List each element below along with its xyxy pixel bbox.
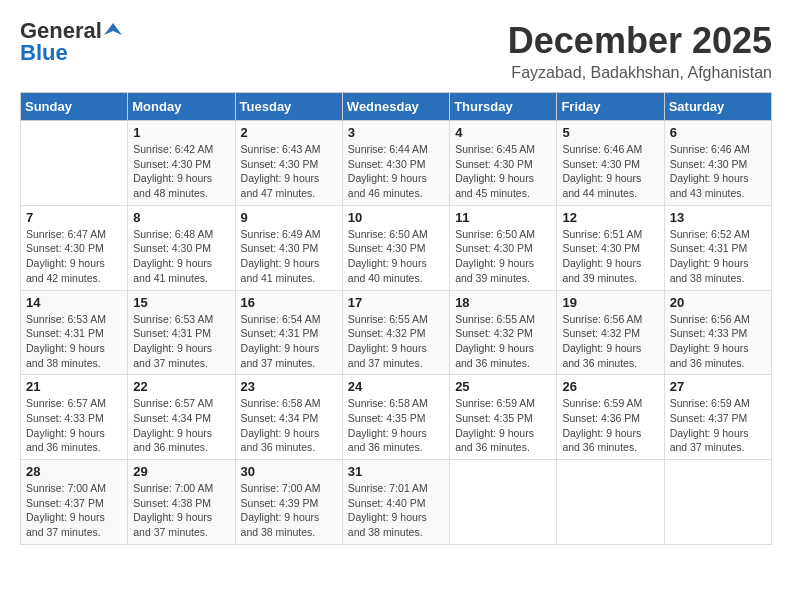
day-number: 24 [348, 379, 444, 394]
calendar-week-row: 21Sunrise: 6:57 AM Sunset: 4:33 PM Dayli… [21, 375, 772, 460]
calendar-day-cell: 9Sunrise: 6:49 AM Sunset: 4:30 PM Daylig… [235, 205, 342, 290]
calendar-day-cell: 1Sunrise: 6:42 AM Sunset: 4:30 PM Daylig… [128, 121, 235, 206]
calendar-day-cell: 29Sunrise: 7:00 AM Sunset: 4:38 PM Dayli… [128, 460, 235, 545]
day-info: Sunrise: 6:47 AM Sunset: 4:30 PM Dayligh… [26, 227, 122, 286]
calendar-day-cell: 13Sunrise: 6:52 AM Sunset: 4:31 PM Dayli… [664, 205, 771, 290]
day-number: 20 [670, 295, 766, 310]
day-info: Sunrise: 6:49 AM Sunset: 4:30 PM Dayligh… [241, 227, 337, 286]
day-number: 15 [133, 295, 229, 310]
day-info: Sunrise: 6:56 AM Sunset: 4:33 PM Dayligh… [670, 312, 766, 371]
day-number: 16 [241, 295, 337, 310]
day-info: Sunrise: 6:58 AM Sunset: 4:35 PM Dayligh… [348, 396, 444, 455]
day-info: Sunrise: 7:01 AM Sunset: 4:40 PM Dayligh… [348, 481, 444, 540]
day-of-week-header: Monday [128, 93, 235, 121]
calendar-table: SundayMondayTuesdayWednesdayThursdayFrid… [20, 92, 772, 545]
calendar-day-cell [450, 460, 557, 545]
day-number: 18 [455, 295, 551, 310]
logo-general-text: General [20, 20, 102, 42]
day-number: 3 [348, 125, 444, 140]
day-info: Sunrise: 6:50 AM Sunset: 4:30 PM Dayligh… [455, 227, 551, 286]
calendar-day-cell: 6Sunrise: 6:46 AM Sunset: 4:30 PM Daylig… [664, 121, 771, 206]
calendar-week-row: 14Sunrise: 6:53 AM Sunset: 4:31 PM Dayli… [21, 290, 772, 375]
day-info: Sunrise: 6:44 AM Sunset: 4:30 PM Dayligh… [348, 142, 444, 201]
title-block: December 2025 Fayzabad, Badakhshan, Afgh… [508, 20, 772, 82]
day-info: Sunrise: 6:46 AM Sunset: 4:30 PM Dayligh… [670, 142, 766, 201]
day-of-week-header: Wednesday [342, 93, 449, 121]
calendar-day-cell [664, 460, 771, 545]
calendar-day-cell: 31Sunrise: 7:01 AM Sunset: 4:40 PM Dayli… [342, 460, 449, 545]
day-number: 19 [562, 295, 658, 310]
day-number: 2 [241, 125, 337, 140]
calendar-week-row: 7Sunrise: 6:47 AM Sunset: 4:30 PM Daylig… [21, 205, 772, 290]
calendar-day-cell: 20Sunrise: 6:56 AM Sunset: 4:33 PM Dayli… [664, 290, 771, 375]
calendar-day-cell: 2Sunrise: 6:43 AM Sunset: 4:30 PM Daylig… [235, 121, 342, 206]
day-number: 25 [455, 379, 551, 394]
calendar-day-cell: 24Sunrise: 6:58 AM Sunset: 4:35 PM Dayli… [342, 375, 449, 460]
day-number: 11 [455, 210, 551, 225]
calendar-day-cell: 19Sunrise: 6:56 AM Sunset: 4:32 PM Dayli… [557, 290, 664, 375]
day-number: 4 [455, 125, 551, 140]
day-info: Sunrise: 7:00 AM Sunset: 4:39 PM Dayligh… [241, 481, 337, 540]
day-number: 22 [133, 379, 229, 394]
day-number: 12 [562, 210, 658, 225]
day-info: Sunrise: 6:59 AM Sunset: 4:36 PM Dayligh… [562, 396, 658, 455]
day-number: 30 [241, 464, 337, 479]
calendar-day-cell: 4Sunrise: 6:45 AM Sunset: 4:30 PM Daylig… [450, 121, 557, 206]
day-number: 13 [670, 210, 766, 225]
day-number: 21 [26, 379, 122, 394]
day-number: 5 [562, 125, 658, 140]
calendar-day-cell: 16Sunrise: 6:54 AM Sunset: 4:31 PM Dayli… [235, 290, 342, 375]
day-info: Sunrise: 6:53 AM Sunset: 4:31 PM Dayligh… [133, 312, 229, 371]
day-of-week-header: Saturday [664, 93, 771, 121]
calendar-day-cell: 25Sunrise: 6:59 AM Sunset: 4:35 PM Dayli… [450, 375, 557, 460]
page-header: General Blue December 2025 Fayzabad, Bad… [20, 20, 772, 82]
day-info: Sunrise: 6:50 AM Sunset: 4:30 PM Dayligh… [348, 227, 444, 286]
day-number: 28 [26, 464, 122, 479]
day-info: Sunrise: 6:45 AM Sunset: 4:30 PM Dayligh… [455, 142, 551, 201]
day-info: Sunrise: 6:56 AM Sunset: 4:32 PM Dayligh… [562, 312, 658, 371]
day-number: 31 [348, 464, 444, 479]
day-number: 27 [670, 379, 766, 394]
day-of-week-header: Friday [557, 93, 664, 121]
day-info: Sunrise: 6:55 AM Sunset: 4:32 PM Dayligh… [348, 312, 444, 371]
calendar-week-row: 1Sunrise: 6:42 AM Sunset: 4:30 PM Daylig… [21, 121, 772, 206]
calendar-day-cell: 11Sunrise: 6:50 AM Sunset: 4:30 PM Dayli… [450, 205, 557, 290]
calendar-day-cell: 27Sunrise: 6:59 AM Sunset: 4:37 PM Dayli… [664, 375, 771, 460]
calendar-day-cell: 12Sunrise: 6:51 AM Sunset: 4:30 PM Dayli… [557, 205, 664, 290]
calendar-day-cell: 8Sunrise: 6:48 AM Sunset: 4:30 PM Daylig… [128, 205, 235, 290]
day-info: Sunrise: 6:59 AM Sunset: 4:35 PM Dayligh… [455, 396, 551, 455]
svg-marker-0 [104, 23, 122, 35]
logo-blue-text: Blue [20, 42, 68, 64]
day-of-week-header: Sunday [21, 93, 128, 121]
calendar-day-cell: 7Sunrise: 6:47 AM Sunset: 4:30 PM Daylig… [21, 205, 128, 290]
calendar-header-row: SundayMondayTuesdayWednesdayThursdayFrid… [21, 93, 772, 121]
calendar-day-cell: 5Sunrise: 6:46 AM Sunset: 4:30 PM Daylig… [557, 121, 664, 206]
calendar-day-cell [557, 460, 664, 545]
day-number: 26 [562, 379, 658, 394]
calendar-day-cell: 15Sunrise: 6:53 AM Sunset: 4:31 PM Dayli… [128, 290, 235, 375]
day-info: Sunrise: 6:48 AM Sunset: 4:30 PM Dayligh… [133, 227, 229, 286]
day-number: 14 [26, 295, 122, 310]
calendar-day-cell: 10Sunrise: 6:50 AM Sunset: 4:30 PM Dayli… [342, 205, 449, 290]
day-info: Sunrise: 7:00 AM Sunset: 4:37 PM Dayligh… [26, 481, 122, 540]
day-of-week-header: Tuesday [235, 93, 342, 121]
logo-bird-icon [104, 21, 122, 39]
day-number: 8 [133, 210, 229, 225]
day-number: 7 [26, 210, 122, 225]
calendar-day-cell: 30Sunrise: 7:00 AM Sunset: 4:39 PM Dayli… [235, 460, 342, 545]
logo: General Blue [20, 20, 122, 64]
day-of-week-header: Thursday [450, 93, 557, 121]
calendar-title: December 2025 [508, 20, 772, 62]
calendar-day-cell: 18Sunrise: 6:55 AM Sunset: 4:32 PM Dayli… [450, 290, 557, 375]
day-info: Sunrise: 7:00 AM Sunset: 4:38 PM Dayligh… [133, 481, 229, 540]
day-number: 9 [241, 210, 337, 225]
calendar-day-cell [21, 121, 128, 206]
day-number: 17 [348, 295, 444, 310]
day-info: Sunrise: 6:54 AM Sunset: 4:31 PM Dayligh… [241, 312, 337, 371]
calendar-day-cell: 26Sunrise: 6:59 AM Sunset: 4:36 PM Dayli… [557, 375, 664, 460]
calendar-day-cell: 28Sunrise: 7:00 AM Sunset: 4:37 PM Dayli… [21, 460, 128, 545]
day-info: Sunrise: 6:57 AM Sunset: 4:33 PM Dayligh… [26, 396, 122, 455]
day-info: Sunrise: 6:57 AM Sunset: 4:34 PM Dayligh… [133, 396, 229, 455]
day-number: 6 [670, 125, 766, 140]
day-info: Sunrise: 6:52 AM Sunset: 4:31 PM Dayligh… [670, 227, 766, 286]
